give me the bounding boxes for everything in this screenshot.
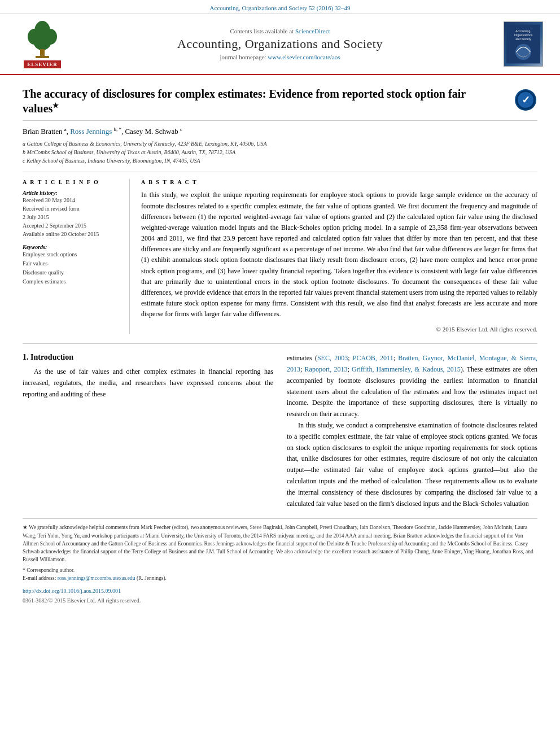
affiliation-a: a Gatton College of Business & Economics… <box>23 139 537 148</box>
footnote-area: ★ We gratefully acknowledge helpful comm… <box>23 518 537 605</box>
ref-griffith2015[interactable]: Griffith, Hammersley, & Kadous, 2015 <box>352 365 461 373</box>
article-title: The accuracy of disclosures for complex … <box>23 86 515 116</box>
available-date: Available online 20 October 2015 <box>23 230 121 238</box>
footnote-corresponding: * Corresponding author. <box>23 566 537 574</box>
footnote-acknowledgements: ★ We gratefully acknowledge helpful comm… <box>23 523 537 563</box>
svg-rect-6 <box>36 56 49 58</box>
crossmark-badge[interactable]: ✓ <box>515 89 537 112</box>
affiliation-c: c Kelley School of Business, Indiana Uni… <box>23 156 537 165</box>
intro-right-column: estimates (SEC, 2003; PCAOB, 2011; Bratt… <box>287 353 537 509</box>
author-jennings[interactable]: Ross Jennings <box>70 127 112 136</box>
revised-date: 2 July 2015 <box>23 213 121 221</box>
intro-paragraph-1-cont: estimates (SEC, 2003; PCAOB, 2011; Bratt… <box>287 353 537 420</box>
contents-availability: Contents lists available at ScienceDirec… <box>68 28 492 34</box>
elsevier-label: ELSEVIER <box>24 60 61 68</box>
journal-cover-image: Accounting, Organizations and Society <box>504 21 543 67</box>
ref-sec2003[interactable]: SEC, 2003 <box>317 354 348 362</box>
svg-rect-5 <box>40 49 45 57</box>
footnote-email: E-mail address: ross.jennings@mccombs.ut… <box>23 574 537 582</box>
homepage-link[interactable]: www.elsevier.com/locate/aos <box>268 54 340 60</box>
introduction-section: 1. Introduction As the use of fair value… <box>23 353 537 509</box>
abstract-text: In this study, we exploit the unique rep… <box>141 190 537 320</box>
copyright-line: © 2015 Elsevier Ltd. All rights reserved… <box>141 325 537 335</box>
svg-text:Accounting,: Accounting, <box>515 29 531 33</box>
intro-left-column: 1. Introduction As the use of fair value… <box>23 353 273 509</box>
crossmark-icon: ✓ <box>515 89 536 111</box>
journal-homepage: journal homepage: www.elsevier.com/locat… <box>68 54 492 60</box>
svg-text:✓: ✓ <box>522 94 530 106</box>
sciencedirect-link[interactable]: ScienceDirect <box>295 28 330 34</box>
received-date: Received 30 May 2014 <box>23 196 121 204</box>
journal-title: Accounting, Organizations and Society <box>68 37 492 51</box>
accepted-date: Accepted 2 September 2015 <box>23 221 121 230</box>
svg-point-11 <box>515 44 531 60</box>
svg-point-4 <box>33 32 51 50</box>
authors-line: Brian Bratten a, Ross Jennings b, *, Cas… <box>23 126 537 136</box>
affiliations: a Gatton College of Business & Economics… <box>23 139 537 165</box>
doi-line: http://dx.doi.org/10.1016/j.aos.2015.09.… <box>23 587 537 595</box>
article-history: Article history: Received 30 May 2014 Re… <box>23 190 121 238</box>
keywords-section: Keywords: Employee stock options Fair va… <box>23 244 121 286</box>
top-banner: Accounting, Organizations and Society 52… <box>0 0 560 14</box>
abstract-content: In this study, we exploit the unique rep… <box>141 190 537 334</box>
elsevier-tree-icon <box>22 20 63 60</box>
affiliation-b: b McCombs School of Business, University… <box>23 148 537 156</box>
article-info-column: A R T I C L E I N F O Article history: R… <box>23 179 130 334</box>
keywords-label: Keywords: <box>23 244 121 250</box>
keyword-4: Complex estimates <box>23 277 121 286</box>
elsevier-logo: ELSEVIER <box>17 20 68 68</box>
ref-rapoport2013[interactable]: Rapoport, 2013 <box>305 365 348 373</box>
history-label: Article history: <box>23 190 121 196</box>
keyword-1: Employee stock options <box>23 250 121 259</box>
doi-link[interactable]: http://dx.doi.org/10.1016/j.aos.2015.09.… <box>23 588 121 594</box>
received-revised-label: Received in revised form <box>23 204 121 213</box>
journal-header: ELSEVIER Contents lists available at Sci… <box>0 14 560 75</box>
intro-paragraph-1: As the use of fair values and other comp… <box>23 366 273 400</box>
journal-cover-area: Accounting, Organizations and Society <box>492 21 543 67</box>
ref-pcaob2011[interactable]: PCAOB, 2011 <box>353 354 393 362</box>
journal-header-center: Contents lists available at ScienceDirec… <box>68 28 492 60</box>
publisher-logo-area: ELSEVIER <box>17 20 68 68</box>
abstract-heading: A B S T R A C T <box>141 179 537 185</box>
article-title-section: The accuracy of disclosures for complex … <box>23 86 537 121</box>
intro-paragraph-2: In this study, we conduct a comprehensiv… <box>287 420 537 509</box>
svg-text:Organizations: Organizations <box>514 33 533 37</box>
article-content: The accuracy of disclosures for complex … <box>0 75 560 616</box>
issn-line: 0361-3682/© 2015 Elsevier Ltd. All right… <box>23 596 537 605</box>
article-info-heading: A R T I C L E I N F O <box>23 179 121 185</box>
info-abstract-columns: A R T I C L E I N F O Article history: R… <box>23 172 537 334</box>
section-divider <box>23 343 537 344</box>
journal-reference[interactable]: Accounting, Organizations and Society 52… <box>210 5 351 11</box>
abstract-column: A B S T R A C T In this study, we exploi… <box>141 179 537 334</box>
section-number: 1. Introduction <box>23 353 273 362</box>
keyword-2: Fair values <box>23 259 121 268</box>
email-link[interactable]: ross.jennings@mccombs.utexas.edu <box>58 575 135 581</box>
keyword-3: Disclosure quality <box>23 268 121 277</box>
svg-text:and Society: and Society <box>515 37 531 41</box>
